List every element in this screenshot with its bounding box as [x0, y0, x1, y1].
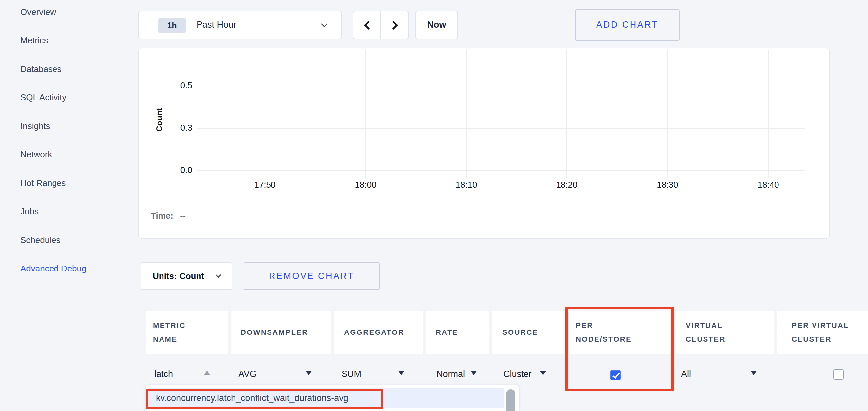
column-header-rate: RATE	[426, 311, 490, 354]
sidebar-item-sql-activity[interactable]: SQL Activity	[21, 91, 116, 104]
sidebar-item-advanced-debug[interactable]: Advanced Debug	[21, 262, 116, 275]
sidebar-item-jobs[interactable]: Jobs	[21, 205, 116, 218]
gridline-vertical	[566, 50, 567, 178]
column-header-label: DOWNSAMPLER	[231, 326, 308, 339]
gridline-horizontal	[197, 170, 805, 171]
sidebar-item-network[interactable]: Network	[21, 147, 116, 161]
units-select[interactable]: Units: Count	[141, 262, 232, 290]
time-range-label: Past Hour	[196, 11, 236, 39]
column-header-per-node-store: PER NODE/STORE	[569, 311, 673, 354]
hover-time-readout: Time:--	[151, 211, 186, 221]
source-select[interactable]: Cluster	[503, 368, 532, 380]
column-header-label: SOURCE	[492, 326, 538, 339]
source-caret-icon[interactable]	[540, 371, 546, 375]
x-tick: 18:10	[443, 180, 490, 190]
column-header-label: VIRTUAL CLUSTER	[676, 319, 742, 346]
column-header-label: METRIC NAME	[146, 319, 203, 346]
gridline-vertical	[466, 50, 467, 178]
column-header-downsampler: DOWNSAMPLER	[231, 311, 331, 354]
per-virtual-cluster-checkbox[interactable]	[833, 370, 843, 380]
add-chart-button[interactable]: ADD CHART	[575, 9, 680, 41]
y-tick: 0.3	[166, 123, 192, 133]
chevron-down-icon	[321, 21, 328, 27]
y-axis-label: Count	[155, 108, 164, 132]
column-header-label: PER NODE/STORE	[569, 319, 642, 346]
x-tick: 17:50	[242, 180, 288, 190]
column-header-label: RATE	[426, 326, 458, 339]
gridline-vertical	[667, 50, 668, 178]
rate-select[interactable]: Normal	[436, 368, 465, 380]
downsampler-caret-icon[interactable]	[306, 371, 312, 375]
x-tick: 18:20	[544, 180, 590, 190]
metric-name-input[interactable]: latch	[154, 368, 173, 380]
metric-suggestions-dropdown: kv.concurrency.latch_conflict_wait_durat…	[146, 385, 519, 411]
next-range-button[interactable]	[380, 11, 408, 39]
sidebar-item-overview[interactable]: Overview	[21, 5, 116, 19]
rate-caret-icon[interactable]	[470, 371, 477, 375]
per-node-store-checkbox[interactable]	[610, 370, 621, 380]
metric-suggestion-item[interactable]: kv.concurrency.latch_conflict_wait_durat…	[148, 388, 504, 408]
time-range-select[interactable]: 1h Past Hour	[138, 10, 342, 39]
dropdown-open-caret-icon[interactable]	[204, 371, 210, 375]
aggregator-caret-icon[interactable]	[398, 371, 405, 375]
now-button[interactable]: Now	[415, 10, 458, 39]
time-step-buttons	[353, 10, 409, 39]
gridline-vertical	[365, 50, 366, 178]
y-tick: 0.5	[166, 80, 192, 91]
time-range-badge: 1h	[158, 18, 186, 33]
sidebar-item-metrics[interactable]: Metrics	[21, 33, 116, 47]
x-tick: 18:30	[644, 180, 691, 190]
units-select-label: Units: Count	[153, 263, 204, 289]
remove-chart-button[interactable]: REMOVE CHART	[244, 262, 379, 290]
dropdown-scrollbar[interactable]	[506, 389, 515, 411]
downsampler-select[interactable]: AVG	[239, 368, 257, 380]
chevron-right-icon	[389, 21, 398, 30]
custom-chart-panel: Count 0.5 0.3 0.0 17:50 18:00 18:10 18:2…	[138, 48, 830, 239]
column-header-metric-name: METRIC NAME	[146, 311, 228, 354]
chevron-down-icon	[216, 272, 221, 278]
sidebar-item-databases[interactable]: Databases	[21, 62, 116, 76]
sidebar-item-schedules[interactable]: Schedules	[21, 233, 116, 247]
virtual-cluster-caret-icon[interactable]	[750, 371, 757, 375]
y-tick: 0.0	[166, 165, 192, 175]
sidebar-item-insights[interactable]: Insights	[21, 119, 116, 133]
x-tick: 18:00	[342, 180, 389, 190]
column-header-label: PER VIRTUAL CLUSTER	[777, 319, 863, 346]
gridline-horizontal	[197, 86, 805, 87]
column-header-virtual-cluster: VIRTUAL CLUSTER	[676, 311, 774, 354]
prev-range-button[interactable]	[353, 11, 380, 39]
chevron-left-icon	[364, 21, 373, 30]
gridline-vertical	[265, 50, 265, 178]
aggregator-select[interactable]: SUM	[342, 368, 361, 380]
column-header-aggregator: AGGREGATOR	[334, 311, 423, 354]
time-readout-value: --	[180, 211, 186, 221]
gridline-horizontal	[197, 128, 805, 129]
time-readout-label: Time:	[151, 211, 174, 221]
x-tick: 18:40	[745, 180, 792, 190]
virtual-cluster-select[interactable]: All	[681, 368, 691, 380]
sidebar-item-hot-ranges[interactable]: Hot Ranges	[21, 176, 116, 190]
column-header-per-virtual-cluster: PER VIRTUAL CLUSTER	[777, 311, 868, 354]
column-header-source: SOURCE	[492, 311, 566, 354]
column-header-label: AGGREGATOR	[334, 326, 404, 339]
gridline-vertical	[768, 50, 769, 178]
